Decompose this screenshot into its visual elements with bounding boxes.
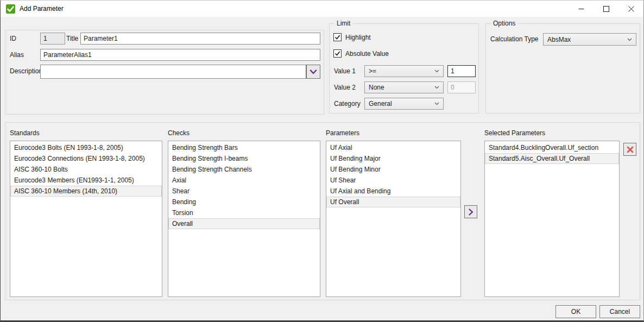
list-item[interactable]: Standard4.BucklingOverall.Uf_section (485, 142, 619, 153)
description-dropdown-button[interactable] (306, 65, 320, 78)
app-checkmark-icon (6, 4, 15, 14)
category-label: Category (334, 98, 361, 110)
value2-label: Value 2 (334, 81, 356, 93)
list-item[interactable]: Uf Shear (326, 175, 460, 186)
close-button[interactable] (618, 1, 643, 17)
options-group: Options Calculation Type AbsMax (485, 23, 640, 113)
chevron-down-icon (434, 86, 439, 89)
list-item[interactable]: Eurocode3 Members (EN1993-1-1, 2005) (10, 175, 162, 186)
list-item[interactable]: Uf Bending Major (326, 153, 460, 164)
list-item[interactable]: Bending Strength Bars (168, 142, 320, 153)
limit-group: Limit Highlight Absolute Value Value 1 >… (329, 23, 479, 113)
list-item[interactable]: Bending (168, 197, 320, 207)
value1-operator-value: >= (369, 67, 376, 75)
remove-parameter-button[interactable] (623, 143, 636, 156)
limit-group-label: Limit (334, 20, 352, 27)
red-x-icon (627, 146, 634, 153)
calculation-type-select[interactable]: AbsMax (543, 33, 636, 46)
title-label: Title (66, 33, 78, 45)
standards-label: Standards (10, 129, 40, 137)
description-field[interactable] (41, 65, 306, 78)
value1-label: Value 1 (334, 65, 356, 77)
checks-listbox[interactable]: Bending Strength BarsBending Strength I-… (168, 141, 320, 297)
list-item[interactable]: Shear (168, 186, 320, 197)
titlebar: Add Parameter (1, 1, 643, 17)
description-label: Description (10, 65, 42, 77)
absolute-value-label: Absolute Value (345, 50, 389, 58)
parameters-listbox[interactable]: Uf AxialUf Bending MajorUf Bending Minor… (326, 141, 461, 297)
highlight-label: Highlight (345, 34, 371, 41)
maximize-icon (603, 6, 609, 12)
chevron-down-icon (310, 70, 317, 74)
calculation-type-label: Calculation Type (490, 33, 539, 46)
chevron-down-icon (434, 102, 439, 105)
category-select[interactable]: General (364, 98, 444, 110)
absolute-value-checkbox-row: Absolute Value (333, 49, 389, 58)
maximize-button[interactable] (594, 1, 618, 17)
id-field (40, 33, 65, 45)
check-icon (334, 50, 340, 56)
chevron-right-icon (469, 209, 473, 216)
minimize-icon (578, 6, 584, 12)
highlight-checkbox-row: Highlight (333, 33, 371, 41)
cancel-button[interactable]: Cancel (599, 305, 640, 318)
standards-listbox[interactable]: Eurocode3 Bolts (EN 1993-1-8, 2005)Euroc… (10, 141, 162, 297)
list-item[interactable]: Bending Strength Channels (168, 164, 320, 175)
window-controls (569, 1, 643, 17)
options-group-label: Options (491, 20, 517, 27)
category-value: General (369, 100, 392, 108)
value2-field (447, 81, 476, 93)
value1-operator-select[interactable]: >= (364, 65, 444, 77)
checks-label: Checks (168, 129, 190, 137)
calculation-type-value: AbsMax (547, 36, 571, 43)
highlight-checkbox[interactable] (333, 33, 342, 41)
minimize-button[interactable] (569, 1, 594, 17)
list-item[interactable]: Torsion (168, 207, 320, 218)
value2-operator-value: None (369, 84, 384, 91)
value2-operator-select[interactable]: None (364, 81, 444, 93)
chevron-down-icon (434, 70, 439, 73)
list-item[interactable]: AISC 360-10 Members (14th, 2010) (10, 186, 162, 197)
selection-group: Standards Checks Parameters Selected Par… (5, 122, 640, 300)
chevron-down-icon (627, 38, 632, 41)
list-item[interactable]: Bending Strength I-beams (168, 153, 320, 164)
list-item[interactable]: Overall (168, 218, 320, 229)
id-label: ID (10, 33, 16, 45)
close-icon (628, 6, 634, 12)
add-parameter-dialog: Add Parameter ID Title Alias Description (0, 0, 644, 322)
list-item[interactable]: Eurocode3 Bolts (EN 1993-1-8, 2005) (10, 142, 162, 153)
list-item[interactable]: Uf Overall (326, 197, 460, 207)
list-item[interactable]: Uf Bending Minor (326, 164, 460, 175)
list-item[interactable]: Eurocode3 Connections (EN 1993-1-8, 2005… (10, 153, 162, 164)
list-item[interactable]: Uf Axial (326, 142, 460, 153)
alias-field[interactable] (40, 49, 320, 61)
add-parameter-arrow-button[interactable] (464, 205, 477, 218)
alias-label: Alias (10, 49, 24, 61)
window-title: Add Parameter (20, 5, 64, 12)
ok-button[interactable]: OK (555, 305, 596, 318)
absolute-value-checkbox[interactable] (333, 49, 342, 58)
description-combo (40, 65, 320, 79)
list-item[interactable]: Uf Axial and Bending (326, 186, 460, 197)
check-icon (334, 34, 340, 40)
title-field[interactable] (80, 33, 320, 45)
selected-parameters-listbox[interactable]: Standard4.BucklingOverall.Uf_sectionStan… (484, 141, 620, 297)
value1-field[interactable] (447, 65, 476, 77)
list-item[interactable]: AISC 360-10 Bolts (10, 164, 162, 175)
list-item[interactable]: Axial (168, 175, 320, 186)
selected-parameters-label: Selected Parameters (484, 129, 545, 137)
parameters-label: Parameters (326, 129, 359, 137)
list-item[interactable]: Standard5.Aisc_Overall.Uf_Overall (485, 153, 619, 164)
identity-group: ID Title Alias Description (5, 30, 324, 115)
